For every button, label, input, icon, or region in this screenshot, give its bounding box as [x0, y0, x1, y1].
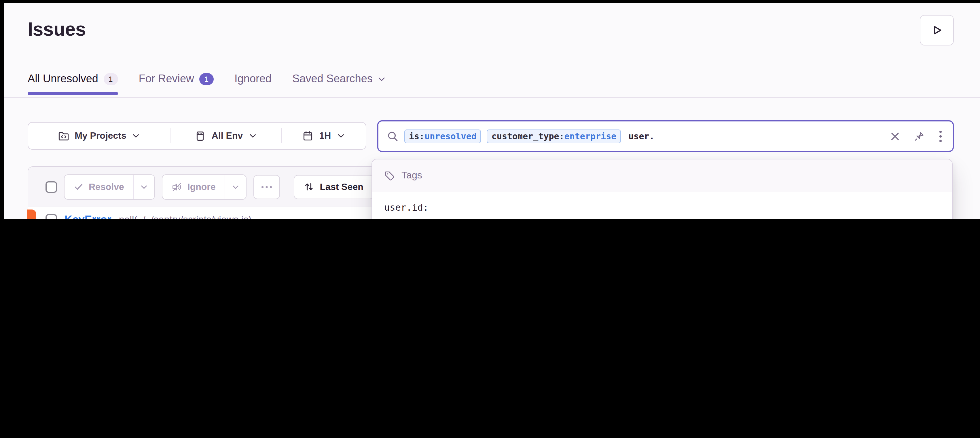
sort-by-label: Last Seen	[320, 182, 363, 192]
tab-saved-searches[interactable]: Saved Searches	[292, 73, 386, 95]
project-filter-dropdown[interactable]: My Projects	[28, 122, 170, 149]
project-filter-label: My Projects	[75, 131, 126, 141]
issue-title-link[interactable]: KeyError	[65, 214, 111, 219]
environment-filter-label: All Env	[212, 131, 243, 141]
sentry-issues-page: Issues All Unresolved 1 For Review 1 Ign…	[0, 0, 980, 219]
token-key: is:	[409, 131, 425, 141]
kebab-menu-icon[interactable]	[939, 130, 942, 143]
issues-tab-bar: All Unresolved 1 For Review 1 Ignored Sa…	[28, 73, 386, 95]
token-value: unresolved	[425, 131, 477, 141]
tab-all-unresolved[interactable]: All Unresolved 1	[28, 73, 118, 95]
window-edge-left	[0, 0, 4, 219]
ellipsis-icon	[261, 185, 273, 189]
issue-checkbox[interactable]	[46, 214, 57, 219]
token-key: customer_type:	[492, 131, 565, 141]
check-icon	[74, 182, 84, 192]
tab-count-badge: 1	[103, 73, 118, 85]
resolve-label: Resolve	[89, 182, 124, 192]
calendar-icon	[303, 130, 313, 141]
tab-label: All Unresolved	[28, 73, 98, 85]
pin-icon[interactable]	[914, 131, 925, 141]
ignore-button[interactable]: Ignore	[163, 175, 225, 199]
window-icon	[195, 130, 206, 141]
issue-search-input[interactable]: is:unresolved customer_type:enterprise u…	[377, 120, 954, 152]
page-background: Issues All Unresolved 1 For Review 1 Ign…	[0, 0, 980, 219]
tab-count-badge: 1	[199, 73, 214, 85]
tags-header-label: Tags	[401, 170, 422, 181]
tab-label: For Review	[138, 73, 194, 85]
resolve-button[interactable]: Resolve	[65, 175, 133, 199]
chevron-down-icon	[132, 132, 140, 140]
resolve-button-group: Resolve	[64, 174, 155, 200]
search-free-text: user.	[628, 131, 654, 141]
play-icon	[930, 24, 943, 37]
ignore-dropdown-caret[interactable]	[225, 175, 246, 199]
tab-for-review[interactable]: For Review 1	[138, 73, 214, 95]
window-edge-top	[0, 0, 980, 3]
chevron-down-icon	[337, 132, 345, 140]
search-icon	[387, 130, 399, 142]
sort-by-button[interactable]: Last Seen	[294, 175, 374, 199]
search-suggestions-dropdown: Tags user.id: user.username: user.email:…	[372, 159, 953, 219]
error-level-bar	[27, 209, 36, 219]
sort-arrows-icon	[304, 182, 314, 192]
ignore-label: Ignore	[188, 182, 216, 192]
ignore-button-group: Ignore	[162, 174, 247, 200]
more-actions-button[interactable]	[254, 175, 280, 199]
chevron-down-icon	[248, 132, 256, 140]
tabs-divider	[4, 97, 980, 98]
tags-section-header: Tags	[372, 159, 952, 192]
close-icon[interactable]	[890, 131, 900, 141]
search-token-is-unresolved[interactable]: is:unresolved	[404, 129, 481, 143]
environment-filter-dropdown[interactable]: All Env	[170, 122, 281, 149]
issue-culprit: poll(../../sentry/scripts/views.js)	[119, 214, 252, 219]
tag-icon	[384, 170, 395, 181]
select-all-checkbox[interactable]	[46, 181, 57, 192]
filter-bar: My Projects All Env 1H	[28, 122, 366, 150]
resolve-dropdown-caret[interactable]	[133, 175, 154, 199]
mute-icon	[172, 182, 182, 192]
search-token-customer-type[interactable]: customer_type:enterprise	[487, 129, 621, 143]
token-value: enterprise	[565, 131, 617, 141]
tab-label: Ignored	[234, 73, 272, 85]
date-range-dropdown[interactable]: 1H	[282, 122, 366, 149]
tab-ignored[interactable]: Ignored	[234, 73, 272, 95]
tab-label: Saved Searches	[292, 73, 373, 85]
suggestion-user-id[interactable]: user.id:	[372, 192, 952, 219]
projects-folder-icon	[58, 130, 69, 141]
replay-tour-button[interactable]	[920, 15, 954, 46]
page-title: Issues	[28, 18, 86, 40]
chevron-down-icon	[377, 75, 386, 83]
date-range-label: 1H	[319, 131, 331, 141]
search-actions	[890, 130, 942, 143]
